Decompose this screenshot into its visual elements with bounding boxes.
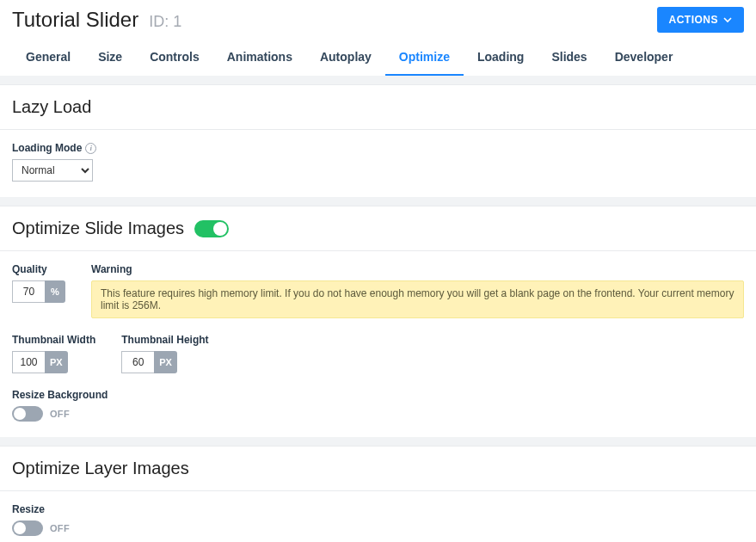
px-unit: PX [45, 351, 68, 373]
chevron-down-icon [723, 15, 732, 24]
tab-autoplay[interactable]: Autoplay [306, 41, 385, 76]
loading-mode-select[interactable]: Normal [12, 159, 93, 182]
page-title: Tutorial Slider [12, 8, 138, 32]
panel-lazy-load: Lazy Load Loading Mode i Normal [0, 84, 756, 197]
loading-mode-label: Loading Mode [12, 142, 82, 154]
resize-state: OFF [50, 523, 70, 533]
quality-unit: % [45, 280, 65, 303]
panel-title-slide-images: Optimize Slide Images [12, 219, 184, 238]
tab-general[interactable]: General [12, 41, 84, 76]
panel-slide-images: Optimize Slide Images Quality % Warning … [0, 206, 756, 437]
panel-layer-images: Optimize Layer Images Resize OFF Base64 … [0, 446, 756, 542]
warning-label: Warning [91, 263, 132, 275]
resize-bg-toggle[interactable] [12, 406, 43, 422]
px-unit: PX [154, 351, 177, 373]
thumb-width-label: Thumbnail Width [12, 334, 95, 346]
thumb-height-input[interactable] [121, 351, 154, 373]
quality-input[interactable] [12, 280, 45, 303]
panel-title-layer-images: Optimize Layer Images [12, 459, 189, 478]
panel-title-lazy: Lazy Load [12, 97, 91, 117]
resize-bg-state: OFF [50, 409, 70, 419]
tab-size[interactable]: Size [84, 41, 136, 76]
thumb-height-label: Thumbnail Height [121, 334, 208, 346]
tab-slides[interactable]: Slides [538, 41, 600, 76]
quality-label: Quality [12, 263, 47, 275]
tab-developer[interactable]: Developer [601, 41, 687, 76]
page-id: ID: 1 [149, 13, 181, 31]
info-icon[interactable]: i [85, 143, 96, 154]
optimize-slide-images-toggle[interactable] [194, 220, 229, 237]
thumb-width-input[interactable] [12, 351, 45, 373]
tabs: General Size Controls Animations Autopla… [0, 41, 756, 76]
tab-controls[interactable]: Controls [136, 41, 213, 76]
actions-button[interactable]: ACTIONS [657, 7, 745, 33]
tab-loading[interactable]: Loading [464, 41, 538, 76]
actions-label: ACTIONS [669, 14, 719, 26]
resize-bg-label: Resize Background [12, 389, 108, 401]
resize-label: Resize [12, 503, 45, 515]
tab-optimize[interactable]: Optimize [385, 41, 464, 76]
tab-animations[interactable]: Animations [213, 41, 306, 76]
resize-toggle[interactable] [12, 520, 43, 536]
warning-box: This feature requires high memory limit.… [91, 280, 744, 318]
